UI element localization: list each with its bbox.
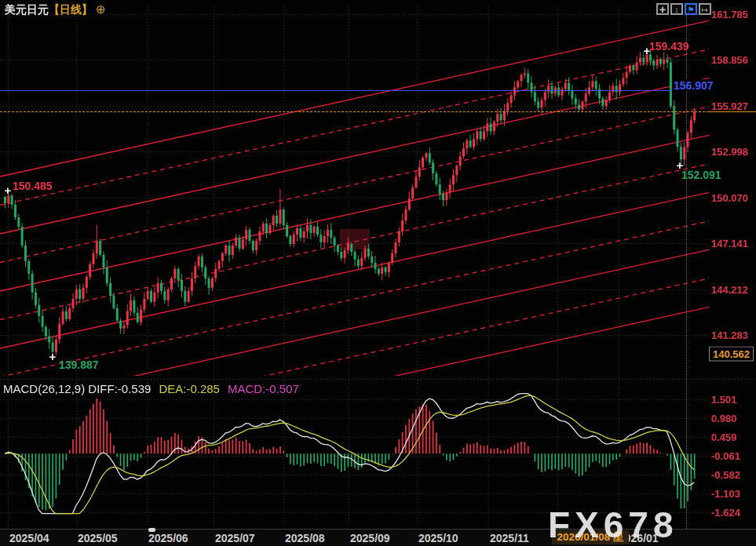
- macd-tick: 0.980: [711, 413, 737, 424]
- horizontal-price-line[interactable]: [0, 90, 709, 91]
- symbol-name: 美元日元: [5, 3, 49, 16]
- price-tick: 147.141: [711, 238, 748, 249]
- time-label: 2025/07: [215, 532, 255, 544]
- last-price-line: [0, 111, 709, 112]
- price-tick: 161.785: [711, 9, 748, 20]
- exit-chart-icon[interactable]: ↦: [699, 3, 711, 15]
- axis-drag-handle[interactable]: [148, 528, 155, 532]
- macd-header: MACD(26,12,9) DIFF:-0.539DEA:-0.285MACD:…: [3, 382, 299, 395]
- time-label: 2025/04: [9, 532, 49, 544]
- price-tick: 144.212: [711, 284, 748, 296]
- price-cross-marker: +: [49, 350, 57, 363]
- low-price-label: 152.091: [681, 169, 721, 181]
- macd-tick: 1.501: [711, 394, 737, 406]
- macd-tick: -0.061: [711, 450, 740, 462]
- macd-tick: -1.103: [711, 488, 740, 500]
- price-tick: 141.283: [711, 329, 748, 341]
- macd-macd-readout: MACD:-0.507: [228, 382, 299, 395]
- macd-tick: 0.459: [711, 431, 737, 443]
- chart-canvas[interactable]: [0, 0, 756, 529]
- high-price-label: 150.485: [13, 180, 53, 192]
- price-tick: 150.070: [711, 192, 748, 204]
- chart-window: 美元日元【日线】⊕ ✚↕⚑↦ 161.785158.856155.927152.…: [0, 0, 756, 546]
- low-price-label: 139.887: [59, 359, 99, 371]
- flag-icon[interactable]: ⚑: [685, 3, 697, 15]
- axis-scale-icon[interactable]: ↕: [670, 3, 683, 15]
- chart-title: 美元日元【日线】⊕: [5, 2, 106, 17]
- time-label: 2025/09: [350, 532, 390, 544]
- time-label: 2025/06: [148, 532, 188, 544]
- fx678-watermark: FX678: [548, 504, 678, 546]
- macd-tick: -0.582: [711, 469, 740, 481]
- price-tick: 155.927: [711, 100, 748, 112]
- time-label: 2025/08: [285, 532, 325, 544]
- price-tick: 158.856: [711, 54, 748, 66]
- time-label: 2025/10: [418, 532, 458, 544]
- axis-price-box: 140.562: [709, 347, 754, 362]
- high-price-label: 159.439: [649, 40, 689, 53]
- macd-dea-readout: DEA:-0.285: [159, 382, 220, 395]
- price-cross-marker: +: [5, 184, 12, 197]
- price-tick: 152.998: [711, 146, 748, 158]
- timeframe-label: 【日线】: [49, 3, 93, 16]
- time-label: 2025/11: [490, 532, 529, 544]
- macd-tick: -1.624: [711, 507, 740, 519]
- time-label: 2025/05: [78, 532, 118, 544]
- chart-toolbar: ✚↕⚑↦: [656, 3, 711, 15]
- pan-icon[interactable]: ✚: [656, 3, 669, 15]
- macd-diff-readout: MACD(26,12,9) DIFF:-0.539: [3, 382, 151, 395]
- zoom-icon[interactable]: ⊕: [96, 2, 106, 16]
- horizontal-price-line-label: 156.907: [672, 79, 715, 92]
